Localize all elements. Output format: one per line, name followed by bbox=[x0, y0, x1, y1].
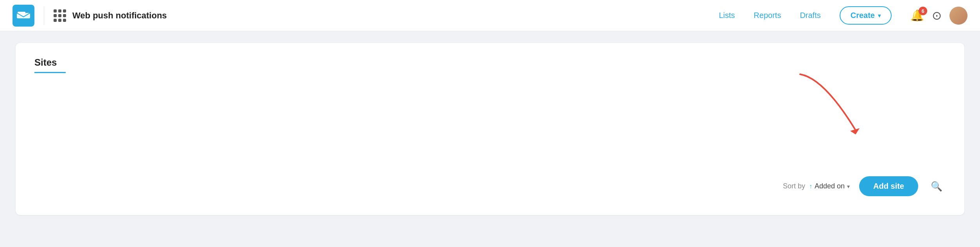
search-button[interactable]: 🔍 bbox=[928, 178, 946, 195]
nav-link-lists[interactable]: Lists bbox=[719, 11, 735, 20]
arrow-annotation bbox=[792, 66, 878, 138]
logo[interactable] bbox=[13, 5, 34, 27]
nav-link-reports[interactable]: Reports bbox=[754, 11, 781, 20]
add-site-button[interactable]: Add site bbox=[859, 176, 918, 196]
nav-link-drafts[interactable]: Drafts bbox=[800, 11, 820, 20]
sites-title: Sites bbox=[34, 57, 66, 73]
navbar-actions: 🔔 6 ⊙ bbox=[910, 7, 967, 25]
sort-by-value-text: Added on bbox=[815, 182, 845, 190]
svg-marker-2 bbox=[850, 128, 860, 134]
search-icon: 🔍 bbox=[931, 181, 942, 192]
main-content: Sites Sort by ↑ Added on ▾ Add site bbox=[0, 31, 980, 247]
create-button[interactable]: Create ▾ bbox=[840, 6, 892, 25]
navbar-nav: Lists Reports Drafts Create ▾ bbox=[719, 6, 892, 25]
notification-bell[interactable]: 🔔 6 bbox=[910, 9, 924, 22]
settings-icon[interactable]: ⊙ bbox=[932, 9, 942, 22]
sort-arrow-icon: ↑ bbox=[809, 183, 812, 190]
add-site-label: Add site bbox=[873, 182, 904, 190]
apps-grid-icon[interactable] bbox=[54, 9, 66, 22]
avatar[interactable] bbox=[949, 7, 967, 25]
navbar: Web push notifications Lists Reports Dra… bbox=[0, 0, 980, 31]
sort-by-dropdown[interactable]: ↑ Added on ▾ bbox=[809, 182, 850, 190]
sort-by-label: Sort by bbox=[783, 182, 805, 190]
notification-badge: 6 bbox=[919, 7, 927, 15]
bottom-bar: Sort by ↑ Added on ▾ Add site 🔍 bbox=[783, 176, 946, 196]
sort-chevron-icon: ▾ bbox=[847, 183, 850, 190]
page-title: Web push notifications bbox=[72, 11, 167, 21]
navbar-divider bbox=[44, 6, 44, 25]
sites-header: Sites bbox=[34, 57, 946, 73]
create-button-label: Create bbox=[851, 11, 875, 20]
chevron-down-icon: ▾ bbox=[878, 13, 881, 19]
sort-by-container: Sort by ↑ Added on ▾ bbox=[783, 182, 850, 190]
content-card: Sites Sort by ↑ Added on ▾ Add site bbox=[16, 43, 964, 215]
